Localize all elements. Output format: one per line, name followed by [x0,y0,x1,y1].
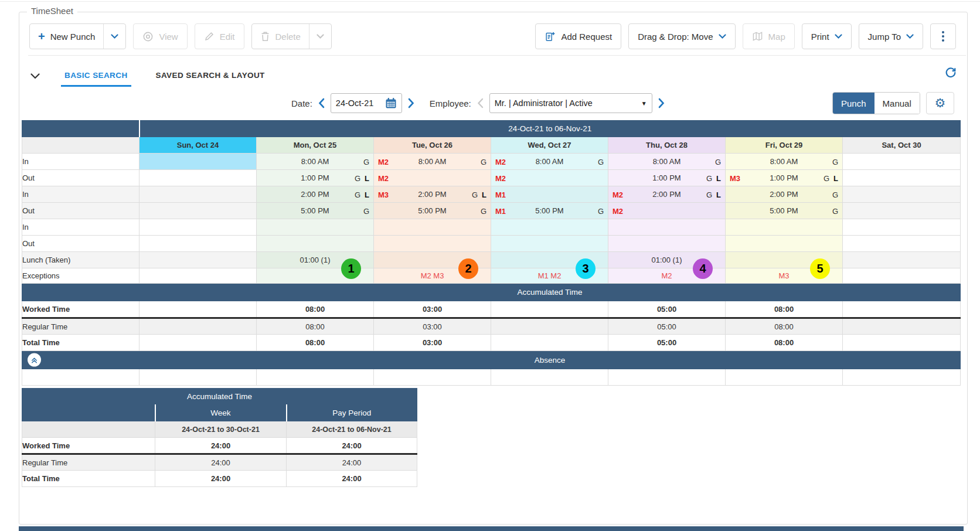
add-request-button[interactable]: Add Request [535,23,621,49]
day-header-wed[interactable]: Wed, Oct 27 [491,137,608,154]
punch-cell[interactable]: M28:00 AMG [374,154,491,170]
exception-badge-4[interactable]: 4 [693,258,713,279]
punch-cell[interactable]: M28:00 AMG [491,154,608,170]
absence-empty-row [22,369,961,386]
plus-icon: + [38,30,45,43]
punch-cell[interactable] [726,219,843,236]
punch-cell[interactable] [843,203,961,219]
grid-corner-cell [22,121,139,137]
punch-cell[interactable]: 2:00 PMG [726,186,843,203]
lunch-cell [139,252,257,268]
exception-badge-3[interactable]: 3 [576,258,596,279]
pay-period-range: 24-Oct-21 to 06-Nov-21 [287,421,417,438]
timesheet-page: TimeSheet + New Punch View Edit [0,0,980,531]
toolbar-right: Add Request Drag & Drop: Move Map Print … [535,23,956,49]
edit-button[interactable]: Edit [195,23,244,49]
punch-cell[interactable] [843,186,961,203]
employee-prev-icon[interactable] [477,98,484,108]
jump-to-button[interactable]: Jump To [859,23,923,49]
exceptions-cell: M24 [608,268,726,284]
punch-cell[interactable] [257,236,374,252]
punch-cell[interactable] [257,219,374,236]
punch-cell[interactable]: M32:00 PMGL [374,186,491,203]
employee-next-icon[interactable] [658,98,665,108]
exception-badge-2[interactable]: 2 [458,258,478,279]
new-punch-button[interactable]: + New Punch [30,24,103,49]
punch-cell[interactable] [843,170,961,186]
date-prev-icon[interactable] [318,98,325,108]
punch-cell[interactable]: M2 [374,170,491,186]
punch-cell[interactable] [139,203,257,219]
punch-cell[interactable]: 8:00 AMG [608,154,726,170]
punch-cell[interactable] [139,219,257,236]
regular-time-row: Regular Time 08:00 03:00 05:00 08:00 [22,318,961,335]
drag-drop-move-button[interactable]: Drag & Drop: Move [628,23,735,49]
punch-cell[interactable]: M2 [608,203,726,219]
day-header-sat[interactable]: Sat, Oct 30 [843,137,961,154]
map-button[interactable]: Map [743,23,795,49]
manual-toggle[interactable]: Manual [874,93,920,114]
view-button[interactable]: View [133,23,187,49]
tab-basic-search[interactable]: BASIC SEARCH [61,66,131,87]
punch-row-in1: In 8:00 AMG M28:00 AMG M28:00 AMG 8:00 A… [22,154,961,170]
punch-cell[interactable] [491,236,608,252]
refresh-icon[interactable] [944,66,957,79]
day-header-fri[interactable]: Fri, Oct 29 [726,137,843,154]
punch-cell[interactable] [491,219,608,236]
punch-toggle[interactable]: Punch [833,93,874,114]
punch-cell[interactable]: 8:00 AMG [257,154,374,170]
delete-dropdown[interactable] [309,24,331,49]
punch-cell[interactable]: M2 [491,170,608,186]
exception-badge-5[interactable]: 5 [810,258,830,279]
summary-regular-row: Regular Time 24:00 24:00 [22,454,417,471]
collapse-absence-icon[interactable] [28,353,41,367]
punch-cell[interactable]: M22:00 PMGL [608,186,726,203]
more-options-button[interactable] [930,23,956,49]
total-time-row: Total Time 08:00 03:00 05:00 08:00 [22,335,961,351]
collapse-panel-icon[interactable] [30,73,40,79]
calendar-icon[interactable] [385,97,397,109]
punch-cell[interactable]: M31:00 PMGL [726,170,843,186]
day-header-sun[interactable]: Sun, Oct 24 [139,137,257,154]
punch-cell[interactable]: M1 [491,186,608,203]
filter-row: Date: 24-Oct-21 Employee: Mr. | Administ… [291,93,665,114]
date-input[interactable]: 24-Oct-21 [331,93,402,113]
punch-cell[interactable] [374,236,491,252]
punch-cell-selected[interactable] [139,154,257,170]
punch-cell[interactable] [608,219,726,236]
tab-saved-search-layout[interactable]: SAVED SEARCH & LAYOUT [152,66,268,87]
print-button[interactable]: Print [802,23,852,49]
punch-cell[interactable]: 8:00 AMG [726,154,843,170]
delete-button[interactable]: Delete [252,24,309,49]
employee-select[interactable]: Mr. | Administrator | Active ▼ [489,93,652,113]
day-header-mon[interactable]: Mon, Oct 25 [257,137,374,154]
settings-button[interactable]: ⚙ [926,92,954,114]
chevron-down-icon [906,34,914,39]
day-header-thu[interactable]: Thu, Oct 28 [608,137,726,154]
punch-cell[interactable]: 2:00 PMGL [257,186,374,203]
punch-cell[interactable] [843,236,961,252]
punch-cell[interactable] [726,236,843,252]
punch-cell[interactable]: 1:00 PMGL [608,170,726,186]
day-header-tue[interactable]: Tue, Oct 26 [374,137,491,154]
punch-cell[interactable]: 5:00 PMG [374,203,491,219]
exceptions-cell [843,268,961,284]
punch-cell[interactable] [139,236,257,252]
exception-badge-1[interactable]: 1 [341,258,361,279]
summary-header-row: Week Pay Period [22,405,417,421]
punch-cell[interactable]: 5:00 PMG [257,203,374,219]
punch-cell[interactable] [374,219,491,236]
punch-cell[interactable] [139,170,257,186]
pencil-icon [204,31,215,42]
punch-cell[interactable] [843,154,961,170]
punch-cell[interactable] [608,236,726,252]
punch-cell[interactable] [139,186,257,203]
punch-cell[interactable]: 1:00 PMGL [257,170,374,186]
punch-cell[interactable]: M15:00 PMG [491,203,608,219]
new-punch-dropdown[interactable] [103,24,125,49]
date-next-icon[interactable] [408,98,414,108]
total-time-value: 05:00 [608,335,726,351]
punch-cell[interactable]: 5:00 PMG [726,203,843,219]
chevron-down-icon [317,34,324,39]
punch-cell[interactable] [843,219,961,236]
